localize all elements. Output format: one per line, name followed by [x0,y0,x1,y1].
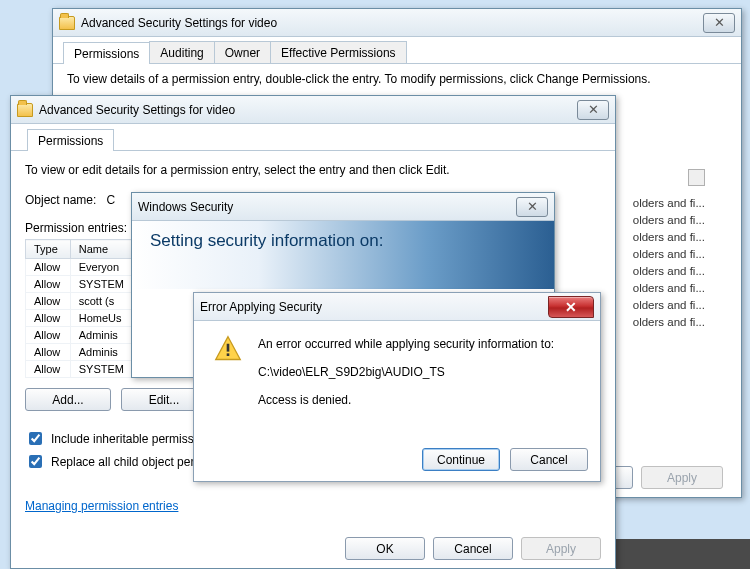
front-title: Advanced Security Settings for video [39,103,235,117]
close-icon[interactable]: ✕ [516,197,548,217]
progress-heading: Setting security information on: [150,231,383,250]
error-line3: Access is denied. [258,391,554,409]
apply-to-fragment: olders and fi... olders and fi... olders… [633,195,705,331]
background-strip [610,539,750,569]
checkbox-icon[interactable] [29,455,42,468]
add-button[interactable]: Add... [25,388,111,411]
front-titlebar: Advanced Security Settings for video ✕ [11,96,615,124]
close-icon[interactable]: ✕ [548,296,594,318]
error-dialog: Error Applying Security ✕ An error occur… [193,292,601,482]
object-name-value: C [106,193,115,207]
tab-auditing[interactable]: Auditing [149,41,214,63]
apply-to-item: olders and fi... [633,314,705,331]
table-row[interactable]: AllowSYSTEM [26,361,135,378]
continue-button[interactable]: Continue [422,448,500,471]
back-tabs: Permissions Auditing Owner Effective Per… [53,37,741,64]
tab-permissions[interactable]: Permissions [27,129,114,151]
error-titlebar: Error Applying Security ✕ [194,293,600,321]
warning-icon [214,335,242,363]
folder-icon [59,16,75,30]
apply-to-item: olders and fi... [633,246,705,263]
table-row[interactable]: Allowscott (s [26,293,135,310]
front-hint: To view or edit details for a permission… [25,163,601,177]
progress-title: Windows Security [138,200,233,214]
managing-permissions-link[interactable]: Managing permission entries [25,499,178,513]
back-hint: To view details of a permission entry, d… [53,64,741,94]
table-row[interactable]: AllowAdminis [26,327,135,344]
close-icon[interactable]: ✕ [577,100,609,120]
object-name-label: Object name: [25,193,96,207]
svg-rect-2 [227,353,230,356]
apply-button: Apply [521,537,601,560]
col-type[interactable]: Type [26,240,71,259]
apply-to-item: olders and fi... [633,229,705,246]
apply-to-item: olders and fi... [633,212,705,229]
table-row[interactable]: AllowSYSTEM [26,276,135,293]
close-icon[interactable]: ✕ [703,13,735,33]
cancel-button[interactable]: Cancel [510,448,588,471]
progress-titlebar: Windows Security ✕ [132,193,554,221]
back-titlebar: Advanced Security Settings for video ✕ [53,9,741,37]
tab-effective[interactable]: Effective Permissions [270,41,407,63]
error-path: C:\video\ELR_S9D2big\AUDIO_TS [258,363,554,381]
tab-owner[interactable]: Owner [214,41,271,63]
error-title: Error Applying Security [200,300,322,314]
apply-to-item: olders and fi... [633,195,705,212]
col-name[interactable]: Name [70,240,134,259]
table-row[interactable]: AllowHomeUs [26,310,135,327]
checkbox-label: Include inheritable permission [51,432,210,446]
cancel-button[interactable]: Cancel [433,537,513,560]
apply-to-item: olders and fi... [633,263,705,280]
apply-to-item: olders and fi... [633,280,705,297]
apply-to-item: olders and fi... [633,297,705,314]
checkbox-icon[interactable] [29,432,42,445]
front-tabs: Permissions [11,124,615,151]
folder-icon [17,103,33,117]
apply-button: Apply [641,466,723,489]
progress-subband [132,265,554,289]
tab-permissions[interactable]: Permissions [63,42,150,64]
error-buttons: Continue Cancel [422,448,588,471]
progress-heading-band: Setting security information on: [132,221,554,265]
table-row[interactable]: AllowEveryon [26,259,135,276]
error-line1: An error occurred while applying securit… [258,335,554,353]
scroll-stub[interactable] [688,169,705,186]
svg-rect-1 [227,344,230,352]
ok-button[interactable]: OK [345,537,425,560]
front-button-row: OK Cancel Apply [345,537,601,560]
checkbox-label: Replace all child object permi [51,455,207,469]
back-title: Advanced Security Settings for video [81,16,277,30]
table-row[interactable]: AllowAdminis [26,344,135,361]
permissions-table[interactable]: TypeName AllowEveryon AllowSYSTEM Allows… [25,239,135,378]
